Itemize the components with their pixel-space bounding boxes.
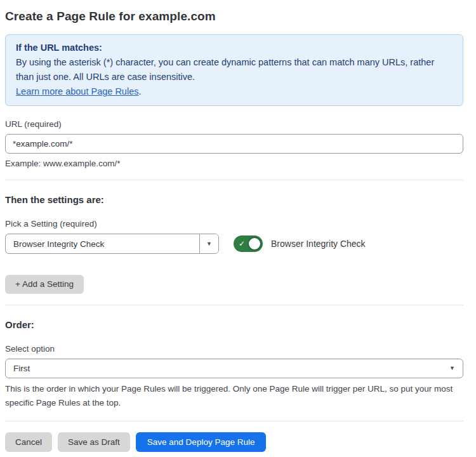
divider: [5, 305, 463, 305]
order-help-text: This is the order in which your Page Rul…: [5, 382, 463, 410]
add-setting-button[interactable]: + Add a Setting: [5, 275, 84, 294]
url-field-label: URL (required): [5, 119, 463, 129]
order-select-label: Select option: [5, 343, 463, 354]
check-icon: ✓: [239, 240, 245, 248]
footer-actions: Cancel Save as Draft Save and Deploy Pag…: [5, 432, 463, 452]
save-and-deploy-button[interactable]: Save and Deploy Page Rule: [136, 432, 267, 452]
url-input[interactable]: [5, 134, 463, 154]
divider: [5, 421, 463, 421]
info-box-link-line: Learn more about Page Rules.: [16, 84, 453, 99]
cancel-button[interactable]: Cancel: [5, 432, 52, 452]
info-box-heading: If the URL matches:: [16, 41, 453, 55]
link-suffix: .: [138, 86, 141, 96]
setting-dropdown[interactable]: Browser Integrity Check ▼: [5, 234, 219, 254]
info-box-body: By using the asterisk (*) character, you…: [16, 55, 453, 84]
setting-dropdown-value: Browser Integrity Check: [6, 234, 199, 253]
learn-more-link[interactable]: Learn more about Page Rules: [16, 86, 138, 96]
page-title: Create a Page Rule for example.com: [5, 9, 463, 23]
chevron-down-icon: ▼: [449, 366, 455, 371]
pick-setting-label: Pick a Setting (required): [5, 218, 463, 229]
setting-row: Browser Integrity Check ▼ ✓ Browser Inte…: [5, 234, 463, 254]
toggle-knob: [248, 237, 261, 251]
order-section-heading: Order:: [5, 319, 463, 331]
url-field-help: Example: www.example.com/*: [5, 158, 463, 169]
order-select-value: First: [13, 364, 30, 373]
url-match-info-box: If the URL matches: By using the asteris…: [5, 34, 463, 106]
browser-integrity-toggle[interactable]: ✓: [234, 235, 263, 252]
setting-dropdown-button[interactable]: ▼: [199, 234, 218, 253]
settings-section-heading: Then the settings are:: [5, 194, 463, 206]
save-as-draft-button[interactable]: Save as Draft: [58, 432, 130, 452]
order-select[interactable]: First ▼: [5, 359, 463, 378]
create-page-rule-form: Create a Page Rule for example.com If th…: [0, 9, 476, 452]
chevron-down-icon: ▼: [206, 241, 212, 247]
toggle-label: Browser Integrity Check: [271, 239, 366, 249]
divider: [5, 180, 463, 180]
